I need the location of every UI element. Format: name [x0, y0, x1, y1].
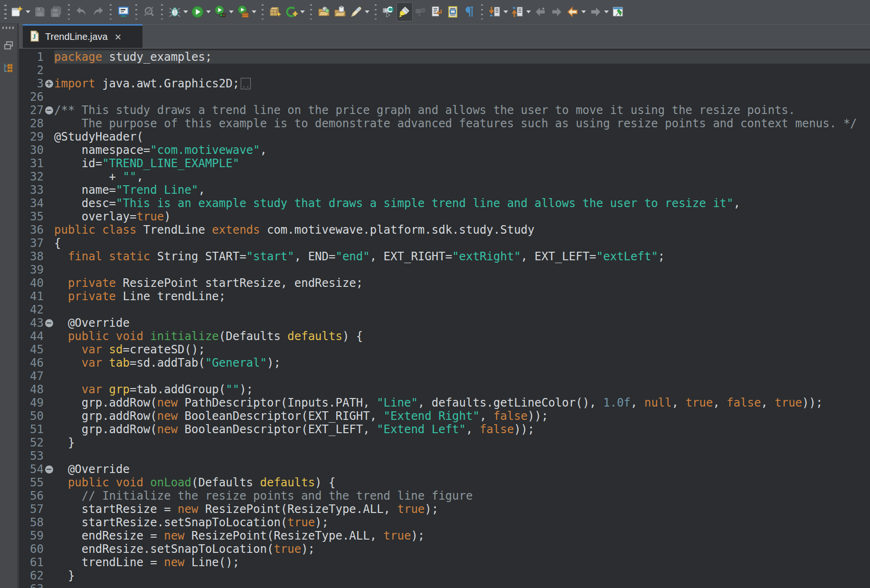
- type-hierarchy-icon[interactable]: [2, 62, 15, 75]
- dropdown-arrow-icon[interactable]: [365, 10, 369, 13]
- pin-editor-button[interactable]: [610, 2, 626, 21]
- code-line-content[interactable]: startResize = new ResizePoint(ResizeType…: [54, 503, 870, 516]
- code-line[interactable]: 45 var sd=createSD();: [19, 343, 870, 356]
- code-line-content[interactable]: /** This study draws a trend line on the…: [54, 104, 870, 117]
- code-line-content[interactable]: id="TREND_LINE_EXAMPLE": [54, 157, 870, 170]
- tab-trendline-java[interactable]: J TrendLine.java ×: [23, 24, 142, 48]
- fold-collapse-icon[interactable]: −: [45, 319, 53, 327]
- external-tools-button[interactable]: [235, 2, 258, 21]
- show-source-button[interactable]: [445, 2, 461, 21]
- dropdown-arrow-icon[interactable]: [206, 10, 211, 13]
- code-line-content[interactable]: endResize = new ResizePoint(ResizeType.A…: [54, 529, 870, 542]
- forward-history-button[interactable]: [587, 2, 610, 21]
- console-button[interactable]: [115, 2, 132, 21]
- code-line[interactable]: 34 desc="This is an example study that d…: [19, 197, 870, 210]
- code-line-content[interactable]: [54, 64, 870, 77]
- code-line[interactable]: 58 startResize.setSnapToLocation(true);: [19, 516, 870, 529]
- previous-annotation-button[interactable]: [510, 2, 532, 21]
- new-button[interactable]: [9, 2, 32, 21]
- code-line[interactable]: 1package study_examples;: [19, 50, 870, 64]
- next-change-button[interactable]: [429, 2, 445, 21]
- code-line[interactable]: 39: [19, 263, 870, 276]
- dropdown-arrow-icon[interactable]: [26, 10, 30, 13]
- code-line-content[interactable]: The purpose of this example is to demons…: [54, 117, 870, 130]
- last-edit-location-button[interactable]: [565, 2, 587, 21]
- dropdown-arrow-icon[interactable]: [526, 10, 531, 13]
- fold-collapse-icon[interactable]: −: [45, 106, 53, 114]
- dropdown-arrow-icon[interactable]: [183, 10, 188, 13]
- code-line-content[interactable]: [54, 449, 870, 463]
- code-line[interactable]: 35 overlay=true): [19, 210, 870, 223]
- code-line-content[interactable]: name="Trend Line",: [54, 183, 870, 197]
- code-line-content[interactable]: final static String START="start", END="…: [54, 250, 870, 263]
- code-line[interactable]: 29@StudyHeader(: [19, 130, 870, 143]
- new-class-button[interactable]: [284, 2, 306, 21]
- code-line[interactable]: 28 The purpose of this example is to dem…: [19, 117, 870, 130]
- code-line-content[interactable]: public void onLoad(Defaults defaults) {: [54, 476, 870, 489]
- code-line-content[interactable]: [54, 582, 870, 588]
- code-line[interactable]: 56 // Initialize the resize points and t…: [19, 489, 870, 503]
- dropdown-arrow-icon[interactable]: [581, 10, 586, 13]
- code-line-content[interactable]: @StudyHeader(: [54, 130, 870, 143]
- code-line-content[interactable]: + "",: [54, 170, 870, 183]
- dropdown-arrow-icon[interactable]: [252, 10, 256, 13]
- code-line[interactable]: 53: [19, 449, 870, 463]
- code-line[interactable]: 32 + "",: [19, 170, 870, 183]
- code-line-content[interactable]: trendLine = new Line();: [54, 556, 870, 569]
- code-line[interactable]: 31 id="TREND_LINE_EXAMPLE": [19, 157, 870, 170]
- tab-close-icon[interactable]: ×: [115, 32, 122, 42]
- dropdown-arrow-icon[interactable]: [604, 10, 609, 13]
- next-annotation-button[interactable]: [487, 2, 510, 21]
- fold-expand-icon[interactable]: +: [45, 80, 53, 88]
- code-line-content[interactable]: startResize.setSnapToLocation(true);: [54, 516, 870, 529]
- code-line[interactable]: 33 name="Trend Line",: [19, 183, 870, 197]
- code-line-content[interactable]: private ResizePoint startResize, endResi…: [54, 276, 870, 290]
- code-line[interactable]: 43− @Override: [19, 316, 870, 330]
- code-line-content[interactable]: var grp=tab.addGroup("");: [54, 383, 870, 396]
- code-line[interactable]: 26: [19, 90, 870, 104]
- code-line-content[interactable]: [54, 263, 870, 276]
- code-line[interactable]: 3+import java.awt.Graphics2D;..: [19, 77, 870, 90]
- code-line[interactable]: 37{: [19, 237, 870, 250]
- code-line-content[interactable]: var tab=sd.addTab("General");: [54, 356, 870, 370]
- code-line[interactable]: 41 private Line trendLine;: [19, 290, 870, 303]
- open-type-button[interactable]: [316, 2, 332, 21]
- code-line-content[interactable]: [54, 370, 870, 383]
- code-line[interactable]: 42: [19, 303, 870, 316]
- code-line[interactable]: 49 grp.addRow(new PathDescriptor(Inputs.…: [19, 396, 870, 409]
- code-line-content[interactable]: import java.awt.Graphics2D;..: [54, 77, 870, 90]
- code-line[interactable]: 63: [19, 582, 870, 588]
- code-line-content[interactable]: private Line trendLine;: [54, 290, 870, 303]
- code-line[interactable]: 47: [19, 370, 870, 383]
- code-line[interactable]: 40 private ResizePoint startResize, endR…: [19, 276, 870, 290]
- code-line[interactable]: 48 var grp=tab.addGroup("");: [19, 383, 870, 396]
- code-line[interactable]: 44 public void initialize(Defaults defau…: [19, 330, 870, 343]
- restore-view-icon[interactable]: [2, 39, 15, 52]
- dropdown-arrow-icon[interactable]: [503, 10, 508, 13]
- code-line-content[interactable]: overlay=true): [54, 210, 870, 223]
- code-line-content[interactable]: package study_examples;: [54, 50, 870, 64]
- open-resource-button[interactable]: [332, 2, 348, 21]
- code-line-content[interactable]: }: [54, 436, 870, 449]
- toolbar-drag-handle[interactable]: [4, 5, 7, 19]
- code-line-content[interactable]: @Override: [54, 316, 870, 330]
- code-line[interactable]: 27−/** This study draws a trend line on …: [19, 104, 870, 117]
- code-line-content[interactable]: }: [54, 569, 870, 582]
- code-line-content[interactable]: grp.addRow(new PathDescriptor(Inputs.PAT…: [54, 396, 870, 409]
- mark-occurrences-button[interactable]: [397, 2, 413, 21]
- code-line[interactable]: 36public class TrendLine extends com.mot…: [19, 223, 870, 237]
- code-line[interactable]: 57 startResize = new ResizePoint(ResizeT…: [19, 503, 870, 516]
- code-line[interactable]: 46 var tab=sd.addTab("General");: [19, 356, 870, 370]
- code-editor[interactable]: 1package study_examples;23+import java.a…: [19, 48, 870, 588]
- show-whitespace-button[interactable]: [461, 2, 477, 21]
- coverage-button[interactable]: [212, 2, 235, 21]
- code-line-content[interactable]: grp.addRow(new BooleanDescriptor(EXT_RIG…: [54, 409, 870, 423]
- code-line-content[interactable]: public void initialize(Defaults defaults…: [54, 330, 870, 343]
- code-line-content[interactable]: namespace="com.motivewave",: [54, 143, 870, 157]
- dropdown-arrow-icon[interactable]: [229, 10, 234, 13]
- code-line-content[interactable]: {: [54, 237, 870, 250]
- code-line-content[interactable]: desc="This is an example study that draw…: [54, 197, 870, 210]
- run-button[interactable]: [189, 2, 212, 21]
- record-button[interactable]: [380, 2, 397, 21]
- code-line[interactable]: 60 endResize.setSnapToLocation(true);: [19, 542, 870, 556]
